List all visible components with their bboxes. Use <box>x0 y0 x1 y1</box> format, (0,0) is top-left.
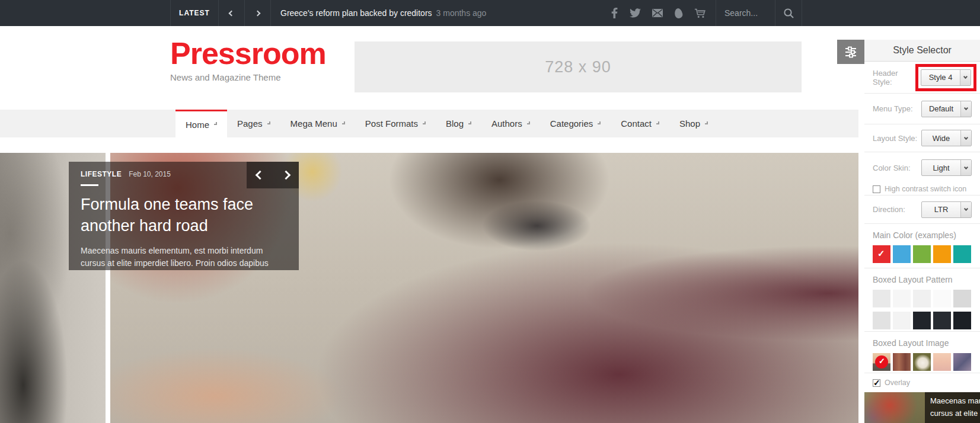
pattern-swatch[interactable] <box>953 290 971 307</box>
next-slide-preview[interactable]: Maecenas mauris elementum, cursus at eli… <box>864 392 980 423</box>
slide-caption: LIFESTYLE Feb 10, 2015 Formula one teams… <box>69 162 299 270</box>
next-slide-text-line2: cursus at elite imperdiet <box>930 408 980 420</box>
select-value: Style 4 <box>929 73 953 82</box>
menu-type-select[interactable]: Default <box>921 101 972 117</box>
color-swatch-orange[interactable] <box>933 245 951 263</box>
nav-item-mega-menu[interactable]: Mega Menu <box>280 110 355 137</box>
ticker-prev-button[interactable] <box>218 0 244 26</box>
slide-category-badge[interactable]: LIFESTYLE <box>81 170 122 178</box>
pattern-swatch[interactable] <box>913 312 931 329</box>
pattern-swatch[interactable] <box>873 290 890 307</box>
select-value: Wide <box>933 134 950 143</box>
cart-icon[interactable] <box>694 8 706 18</box>
pattern-swatch[interactable] <box>953 312 971 329</box>
slider-next-button[interactable] <box>273 162 299 188</box>
highlight-box: Style 4 <box>915 64 976 91</box>
style-selector-toggle-button[interactable] <box>837 40 864 64</box>
pattern-swatch[interactable] <box>893 290 911 307</box>
layout-image-city[interactable] <box>893 353 911 371</box>
nav-item-shop[interactable]: Shop <box>669 110 718 137</box>
layout-style-row: Layout Style: Wide <box>864 124 980 152</box>
pattern-section: Boxed Layout Pattern <box>864 268 980 332</box>
select-value: Light <box>933 164 949 172</box>
chevron-down-icon <box>656 121 659 124</box>
envato-icon[interactable] <box>675 8 682 18</box>
overlay-row: Overlay <box>864 373 980 392</box>
search-button[interactable] <box>775 0 802 26</box>
layout-image-blur[interactable] <box>953 353 971 371</box>
select-arrow-icon <box>960 130 971 146</box>
pattern-swatch[interactable] <box>893 312 911 329</box>
color-swatch-red[interactable] <box>873 245 890 263</box>
ticker-headline-text[interactable]: Greece's reform plan backed by creditors <box>280 8 432 18</box>
layout-image-sky[interactable] <box>933 353 951 371</box>
next-slide-caption: Maecenas mauris elementum, cursus at eli… <box>925 392 980 423</box>
site-tagline: News and Magazine Theme <box>170 72 326 82</box>
social-links <box>602 0 716 26</box>
search-icon <box>783 8 794 19</box>
high-contrast-checkbox[interactable] <box>873 185 880 193</box>
nav-label: Shop <box>679 118 700 129</box>
color-swatch-green[interactable] <box>913 245 931 263</box>
ticker-headline[interactable]: Greece's reform plan backed by creditors… <box>270 0 602 26</box>
search-field-cell <box>716 0 775 26</box>
caption-divider <box>81 184 98 186</box>
nav-item-blog[interactable]: Blog <box>436 110 481 137</box>
high-contrast-label: High contrast switch icon <box>885 185 966 193</box>
nav-label: Blog <box>446 118 464 129</box>
pattern-swatch[interactable] <box>933 312 951 329</box>
logo-text[interactable]: Pressroom <box>170 38 326 69</box>
chevron-down-icon <box>267 121 270 124</box>
slider-prev-button[interactable] <box>247 162 273 188</box>
latest-label: LATEST <box>170 0 218 26</box>
chevron-right-icon <box>255 10 261 16</box>
color-swatch-blue[interactable] <box>893 245 911 263</box>
facebook-icon[interactable] <box>611 8 618 18</box>
next-slide-text-line1: Maecenas mauris elementum, <box>930 395 980 408</box>
nav-label: Mega Menu <box>291 118 337 129</box>
select-arrow-icon <box>960 202 971 217</box>
nav-item-categories[interactable]: Categories <box>540 110 611 137</box>
direction-select[interactable]: LTR <box>921 201 972 218</box>
chevron-down-icon <box>423 121 426 124</box>
direction-label: Direction: <box>873 205 905 214</box>
layout-style-select[interactable]: Wide <box>921 130 972 146</box>
overlay-checkbox[interactable] <box>873 379 880 387</box>
slide-title-link[interactable]: Formula one teams face another hard road <box>81 194 270 236</box>
layout-style-label: Layout Style: <box>873 134 917 143</box>
color-skin-row: Color Skin: Light High contrast switch i… <box>864 152 980 196</box>
twitter-icon[interactable] <box>630 8 641 18</box>
chevron-down-icon <box>214 122 217 125</box>
chevron-down-icon <box>527 121 530 124</box>
pattern-swatch[interactable] <box>913 290 931 307</box>
ticker-next-button[interactable] <box>244 0 270 26</box>
chevron-down-icon <box>342 121 345 124</box>
color-swatch-teal[interactable] <box>953 245 971 263</box>
pattern-label: Boxed Layout Pattern <box>873 275 972 284</box>
nav-item-home[interactable]: Home <box>175 110 227 137</box>
nav-label: Home <box>186 120 209 130</box>
select-arrow-icon <box>960 160 971 175</box>
layout-image-sunset[interactable] <box>873 353 890 371</box>
nav-item-contact[interactable]: Contact <box>611 110 669 137</box>
pattern-swatch[interactable] <box>933 290 951 307</box>
nav-item-post-formats[interactable]: Post Formats <box>355 110 436 137</box>
site-logo[interactable]: Pressroom News and Magazine Theme <box>170 38 326 82</box>
chevron-left-icon <box>229 10 235 16</box>
nav-label: Pages <box>237 118 263 129</box>
ticker-headline-age: 3 months ago <box>436 8 487 18</box>
layout-image-fabric[interactable] <box>913 353 931 371</box>
mail-icon[interactable] <box>652 9 663 17</box>
pattern-swatch[interactable] <box>873 312 890 329</box>
nav-item-authors[interactable]: Authors <box>481 110 540 137</box>
main-color-label: Main Color (examples) <box>873 230 972 240</box>
color-skin-select[interactable]: Light <box>921 159 972 176</box>
header-style-select[interactable]: Style 4 <box>921 69 971 86</box>
select-arrow-icon <box>960 101 971 117</box>
site-header: Pressroom News and Magazine Theme 728 x … <box>0 26 980 110</box>
nav-item-pages[interactable]: Pages <box>227 110 280 137</box>
search-input[interactable] <box>724 8 772 18</box>
leaf-shape <box>674 7 684 18</box>
top-bar: LATEST Greece's reform plan backed by cr… <box>0 0 980 26</box>
main-nav: Home Pages Mega Menu Post Formats Blog A… <box>0 110 858 137</box>
